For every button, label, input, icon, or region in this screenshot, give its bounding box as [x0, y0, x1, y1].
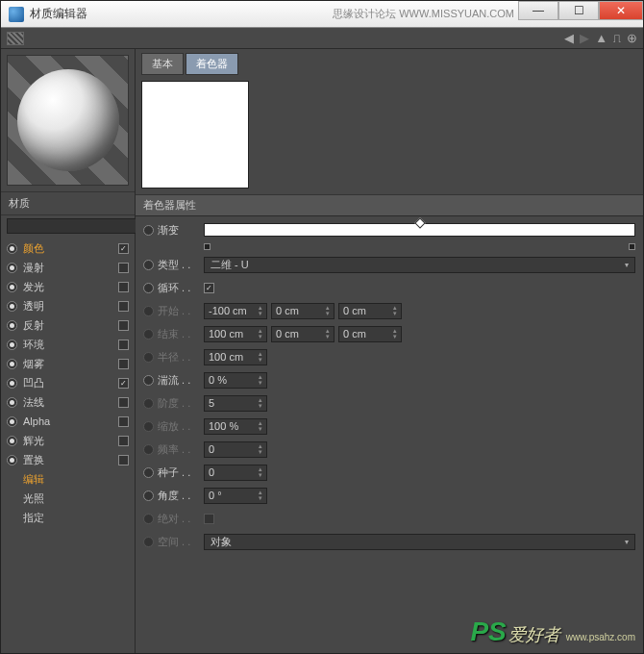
channel-radio[interactable]	[7, 359, 17, 369]
channel-radio[interactable]	[7, 301, 17, 312]
type-value: 二维 - U	[211, 258, 249, 272]
turb-input[interactable]: 0 %▴▾	[204, 372, 267, 389]
channel-checkbox[interactable]	[118, 397, 129, 408]
channel-radio[interactable]	[7, 243, 17, 254]
nav-prev-icon[interactable]: ◀	[564, 31, 574, 45]
close-button[interactable]: ✕	[599, 1, 643, 20]
channel-checkbox[interactable]	[118, 359, 129, 369]
channel-radio[interactable]	[7, 340, 17, 350]
titlebar[interactable]: 材质编辑器 思缘设计论坛 WWW.MISSYUAN.COM — ☐ ✕	[1, 1, 643, 28]
gradient-label: 渐变	[158, 223, 200, 238]
start-z[interactable]: 0 cm▴▾	[338, 303, 402, 319]
grip-icon[interactable]	[7, 32, 24, 45]
channel-透明[interactable]: 透明	[1, 296, 135, 315]
end-x[interactable]: 100 cm▴▾	[204, 326, 267, 342]
start-x[interactable]: -100 cm▴▾	[204, 303, 267, 319]
channel-checkbox[interactable]	[118, 416, 129, 427]
channel-checkbox[interactable]	[118, 436, 129, 446]
channel-checkbox[interactable]	[118, 320, 129, 331]
channel-checkbox[interactable]	[118, 263, 129, 273]
toolbar: ◀ ▶ ▲ ⎍ ⊕	[1, 28, 643, 49]
channel-checkbox[interactable]	[118, 282, 129, 292]
channel-漫射[interactable]: 漫射	[1, 258, 135, 277]
gradient-stop-left[interactable]	[204, 243, 211, 250]
type-select[interactable]: 二维 - U ▾	[204, 257, 635, 273]
channel-反射[interactable]: 反射	[1, 315, 135, 335]
lock-icon[interactable]: ⎍	[613, 31, 621, 45]
gradient-stops	[204, 243, 635, 251]
radius-input[interactable]: 100 cm▴▾	[204, 349, 267, 365]
freq-input[interactable]: 0▴▾	[204, 441, 267, 458]
angle-radio[interactable]	[143, 490, 154, 501]
start-radio	[143, 306, 154, 316]
channel-label: 颜色	[23, 241, 112, 256]
channel-环境[interactable]: 环境	[1, 335, 135, 354]
channel-checkbox[interactable]: ✓	[118, 378, 129, 389]
footer-item-光照[interactable]: 光照	[1, 489, 135, 508]
material-preview[interactable]	[7, 55, 129, 186]
channel-Alpha[interactable]: Alpha	[1, 412, 135, 431]
turb-radio[interactable]	[143, 375, 154, 386]
row-space: 空间 . . 对象 ▾	[143, 532, 635, 551]
nav-up-icon[interactable]: ▲	[595, 31, 607, 45]
shader-preview[interactable]	[141, 81, 249, 189]
channel-凹凸[interactable]: 凹凸 ✓	[1, 373, 135, 392]
channel-checkbox[interactable]	[118, 340, 129, 350]
channel-发光[interactable]: 发光	[1, 277, 135, 296]
footer-item-指定[interactable]: 指定	[1, 508, 135, 527]
tab-shader[interactable]: 着色器	[186, 53, 238, 75]
absolute-checkbox[interactable]	[204, 514, 214, 524]
maximize-button[interactable]: ☐	[558, 1, 599, 20]
channel-置换[interactable]: 置换	[1, 450, 135, 469]
seed-radio[interactable]	[143, 467, 154, 478]
channel-label: 透明	[23, 299, 112, 314]
channel-颜色[interactable]: 颜色 ✓	[1, 239, 135, 258]
scale-input[interactable]: 100 %▴▾	[204, 418, 267, 435]
tab-basic[interactable]: 基本	[141, 53, 184, 75]
channel-radio[interactable]	[7, 263, 17, 273]
nav-next-icon[interactable]: ▶	[580, 31, 589, 45]
material-name-input[interactable]	[7, 218, 149, 234]
octaves-input[interactable]: 5▴▾	[204, 395, 267, 412]
type-radio[interactable]	[143, 260, 154, 270]
channel-radio[interactable]	[7, 320, 17, 331]
gradient-stop-right[interactable]	[629, 243, 635, 250]
channel-radio[interactable]	[7, 378, 17, 389]
channel-label: 漫射	[23, 261, 112, 275]
channel-checkbox[interactable]	[118, 301, 129, 312]
minimize-button[interactable]: —	[518, 1, 558, 20]
new-icon[interactable]: ⊕	[627, 31, 637, 45]
channel-radio[interactable]	[7, 416, 17, 427]
end-z[interactable]: 0 cm▴▾	[338, 326, 402, 342]
gradient-radio[interactable]	[143, 225, 154, 236]
preview-sphere	[17, 69, 119, 171]
cycle-checkbox[interactable]: ✓	[204, 283, 214, 293]
channel-radio[interactable]	[7, 436, 17, 446]
channel-checkbox[interactable]	[118, 455, 129, 465]
app-icon	[9, 7, 24, 22]
channel-radio[interactable]	[7, 455, 17, 465]
channel-法线[interactable]: 法线	[1, 392, 135, 412]
footer-item-编辑[interactable]: 编辑	[1, 469, 135, 489]
channel-辉光[interactable]: 辉光	[1, 431, 135, 450]
end-y[interactable]: 0 cm▴▾	[271, 326, 334, 342]
space-select[interactable]: 对象 ▾	[204, 534, 635, 550]
row-octaves: 阶度 . . 5▴▾	[143, 393, 635, 413]
channel-radio[interactable]	[7, 282, 17, 292]
radius-label: 半径 . .	[158, 350, 200, 365]
channel-radio[interactable]	[7, 397, 17, 408]
cycle-radio[interactable]	[143, 283, 154, 293]
channel-checkbox[interactable]: ✓	[118, 243, 129, 254]
gradient-bar[interactable]	[204, 223, 635, 237]
dropdown-icon: ▾	[625, 538, 629, 546]
seed-input[interactable]: 0▴▾	[204, 465, 267, 481]
space-label: 空间 . .	[158, 535, 200, 549]
angle-input[interactable]: 0 °▴▾	[204, 488, 267, 504]
freq-radio	[143, 444, 154, 455]
radius-radio	[143, 352, 154, 363]
channel-label: 法线	[23, 395, 112, 410]
gradient-knot-icon[interactable]	[414, 217, 425, 228]
row-type: 类型 . . 二维 - U ▾	[143, 255, 635, 274]
channel-烟雾[interactable]: 烟雾	[1, 354, 135, 373]
start-y[interactable]: 0 cm▴▾	[271, 303, 334, 319]
